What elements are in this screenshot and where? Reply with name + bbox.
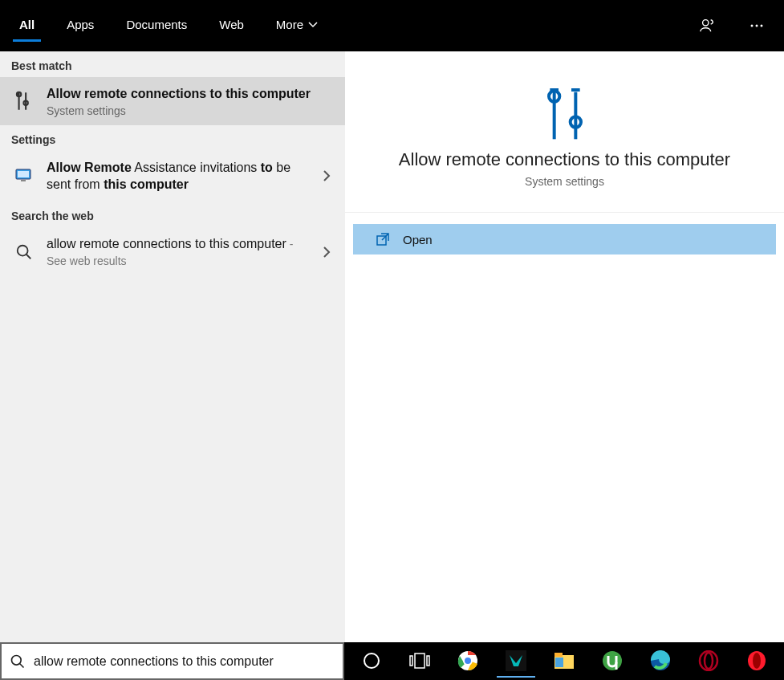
more-options-icon[interactable]: [742, 11, 771, 40]
tab-apps[interactable]: Apps: [60, 10, 100, 42]
settings-result-title: Allow Remote Assistance invitations to b…: [47, 159, 310, 193]
svg-rect-8: [18, 171, 29, 177]
svg-point-13: [12, 655, 22, 665]
chevron-right-icon: [319, 246, 334, 259]
web-result-title: allow remote connections to this compute…: [47, 235, 310, 270]
taskbar-area: [0, 642, 784, 680]
search-input[interactable]: [34, 654, 335, 669]
taskview-icon[interactable]: [400, 645, 439, 678]
svg-point-1: [751, 25, 754, 27]
open-icon: [376, 232, 390, 246]
section-search-web: Search the web: [0, 202, 345, 227]
chevron-right-icon: [319, 169, 334, 182]
svg-point-28: [705, 653, 713, 669]
opera-icon[interactable]: [737, 645, 776, 678]
preview-subtitle: System settings: [361, 175, 768, 188]
tab-more-label: More: [276, 18, 303, 31]
chevron-down-icon: [308, 22, 318, 28]
svg-rect-21: [506, 650, 526, 671]
svg-point-0: [703, 20, 709, 26]
section-settings: Settings: [0, 125, 345, 151]
svg-rect-15: [410, 656, 412, 666]
settings-tools-icon: [539, 83, 591, 135]
svg-point-27: [700, 651, 717, 670]
search-filter-tabs: All Apps Documents Web More: [0, 0, 784, 51]
tab-more[interactable]: More: [270, 10, 324, 42]
svg-point-20: [464, 657, 472, 665]
chrome-icon[interactable]: [449, 645, 487, 678]
tab-all[interactable]: All: [13, 10, 41, 42]
results-panel: Best match Allow remote connections to t…: [0, 51, 345, 642]
cortana-icon[interactable]: [352, 645, 391, 678]
settings-tools-icon: [11, 88, 37, 114]
svg-rect-23: [554, 653, 563, 657]
svg-point-9: [18, 246, 28, 256]
tab-web[interactable]: Web: [213, 10, 250, 42]
utorrent-icon[interactable]: [593, 645, 632, 678]
preview-title: Allow remote connections to this compute…: [361, 149, 768, 170]
svg-rect-17: [427, 656, 429, 666]
open-label: Open: [403, 233, 433, 246]
best-match-title: Allow remote connections to this compute…: [47, 87, 311, 100]
svg-point-30: [753, 653, 761, 669]
search-icon: [10, 654, 26, 670]
search-icon: [11, 239, 37, 265]
tab-documents[interactable]: Documents: [120, 10, 193, 42]
opera-gx-icon[interactable]: [689, 645, 728, 678]
file-explorer-icon[interactable]: [545, 645, 583, 678]
best-match-result[interactable]: Allow remote connections to this compute…: [0, 77, 345, 125]
open-action[interactable]: Open: [353, 224, 776, 254]
section-best-match: Best match: [0, 51, 345, 77]
web-result[interactable]: allow remote connections to this compute…: [0, 227, 345, 278]
best-match-subtitle: System settings: [47, 104, 334, 117]
svg-point-14: [364, 654, 379, 668]
svg-rect-24: [555, 658, 563, 667]
predator-icon[interactable]: [497, 645, 535, 678]
search-box[interactable]: [0, 642, 344, 680]
monitor-icon: [11, 163, 37, 189]
feedback-icon[interactable]: [693, 10, 723, 41]
svg-rect-16: [415, 654, 424, 668]
svg-rect-7: [21, 180, 26, 181]
svg-point-3: [761, 25, 763, 27]
svg-point-2: [756, 25, 758, 27]
settings-result-remote-assistance[interactable]: Allow Remote Assistance invitations to b…: [0, 151, 345, 202]
preview-panel: Allow remote connections to this compute…: [345, 51, 784, 642]
edge-icon[interactable]: [641, 645, 680, 678]
